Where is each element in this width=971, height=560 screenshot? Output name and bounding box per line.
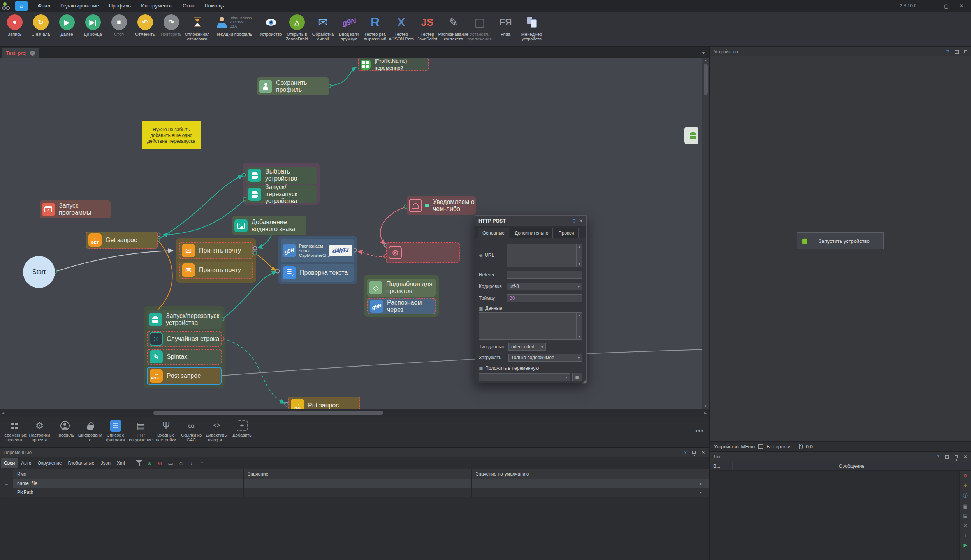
variables-help-icon[interactable]: ?	[684, 450, 687, 455]
dialog-help-icon[interactable]: ?	[570, 218, 579, 224]
log-column-time[interactable]: В...	[710, 462, 733, 470]
column-header-1[interactable]: Значение	[244, 469, 472, 479]
node-restart-device-top[interactable]: Запуск/перезапуск устройства	[246, 185, 317, 203]
section-project-variables[interactable]: Переменные проекта	[2, 419, 27, 442]
home-button[interactable]: ⌂	[15, 1, 28, 11]
variables-clear-variable-icon[interactable]: ◇	[176, 458, 186, 468]
node-error-handler[interactable]: ⊗	[386, 242, 460, 263]
menu-item-3[interactable]: Инструменты	[136, 0, 178, 12]
node-profile-variable[interactable]: {Profile.Name} переменной	[358, 58, 429, 71]
section-project-settings[interactable]: ⚙Настройки проекта	[27, 419, 52, 442]
variable-actions-icon[interactable]: ▸	[693, 490, 709, 495]
variable-default[interactable]	[472, 488, 693, 497]
node-device-mini[interactable]	[684, 127, 698, 144]
log-help-icon[interactable]: ?	[937, 454, 940, 460]
variables-move-down-icon[interactable]: ↓	[186, 458, 197, 468]
variables-pin-icon[interactable]	[692, 451, 696, 454]
node-get-request[interactable]: ←GETGet запрос	[86, 232, 158, 249]
copy-variable-button[interactable]	[572, 373, 582, 381]
variables-copy-variable-icon[interactable]: ▭	[165, 458, 176, 468]
toolbar-device-button[interactable]: Устройство	[258, 13, 284, 37]
node-subtemplate[interactable]: ◇Подшаблон для проектов	[367, 279, 436, 297]
datatype-select[interactable]: urlencoded	[508, 343, 546, 351]
log-column-message[interactable]: Сообщение	[733, 462, 971, 470]
canvas-vertical-scrollbar[interactable]: ▲▼	[702, 58, 709, 409]
node-receive-mail-1[interactable]: ✉Принять почту	[179, 242, 253, 259]
dialog-titlebar[interactable]: HTTP POST ? ✕	[475, 216, 586, 226]
log-copy-log-icon[interactable]: ▣	[963, 503, 967, 509]
canvas-horizontal-scrollbar[interactable]: ◀▶	[0, 409, 709, 417]
toolbar-stop-button[interactable]: ■Стоп	[106, 13, 132, 37]
variables-tab-Xml[interactable]: Xml	[114, 458, 128, 468]
node-random-string[interactable]: Случайная строка	[147, 331, 222, 347]
putvar-select[interactable]	[479, 373, 570, 381]
node-notify[interactable]: Уведомляем о чем-либо	[407, 196, 476, 215]
section-ftp-connection[interactable]: ▤FTP соединение	[128, 419, 153, 442]
variable-value[interactable]	[244, 479, 472, 488]
log-info-filter-icon[interactable]: ⓘ	[963, 492, 968, 499]
data-spinner[interactable]	[576, 313, 582, 339]
node-check-text[interactable]: ☰✓Проверка текста	[281, 264, 354, 282]
menu-item-5[interactable]: Помощь	[199, 0, 229, 12]
toolbar-open-zennodroid-button[interactable]: △Открыть в ZennoDroid	[284, 13, 310, 41]
log-clear-log-icon[interactable]: ✕	[963, 523, 967, 528]
variables-filter-icon[interactable]	[134, 458, 144, 468]
toolbar-deferred-render-button[interactable]: Отложенная отрисовка	[184, 13, 210, 41]
toolbar-frida-button[interactable]: FЯFrida	[493, 13, 519, 37]
flowchart-canvas[interactable]: HTTP POST ? ✕ ОсновныеДополнительноПрокс…	[0, 58, 709, 409]
section-profile[interactable]: Профиль	[52, 419, 77, 437]
sticky-note[interactable]: Нужно не забыть добавить еще одно действ…	[142, 121, 201, 149]
toolbar-js-tester-button[interactable]: JSТестер JavaScript	[414, 13, 440, 41]
minimize-button[interactable]	[924, 0, 938, 12]
variables-move-up-icon[interactable]: ↑	[197, 458, 208, 468]
data-input[interactable]	[479, 312, 582, 340]
url-spinner[interactable]	[576, 244, 582, 267]
dialog-close-icon[interactable]: ✕	[579, 218, 583, 224]
menu-item-0[interactable]: Файл	[33, 0, 55, 12]
toolbar-regex-tester-button[interactable]: RТестер рег. выражений	[362, 13, 388, 41]
dialog-tab-Основные[interactable]: Основные	[478, 228, 509, 238]
device-maximize-icon[interactable]	[955, 50, 959, 54]
node-restart-device-lower[interactable]: Запуск/перезапуск устройства	[147, 310, 222, 329]
referer-input[interactable]	[507, 271, 582, 279]
close-window-button[interactable]	[955, 0, 969, 12]
variables-tab-Глобальные[interactable]: Глобальные	[65, 458, 97, 468]
node-run-program[interactable]: ›Запуск программы	[40, 200, 111, 218]
menu-item-2[interactable]: Профиль	[104, 0, 136, 12]
log-save-log-icon[interactable]: ▤	[963, 513, 967, 519]
variable-row[interactable]: →name_file▸	[0, 479, 709, 488]
section-file-list[interactable]: ☰Список с файлами	[103, 419, 128, 442]
variable-actions-icon[interactable]: ▸	[693, 481, 709, 486]
node-save-profile[interactable]: Сохранить профиль	[257, 77, 329, 95]
dialog-resize-grip[interactable]	[582, 379, 586, 384]
toolbar-installed-apps-button[interactable]: ▢Установл. приложения	[466, 13, 493, 41]
log-close-icon[interactable]: ✕	[964, 454, 967, 460]
variable-value[interactable]	[244, 488, 472, 497]
variables-tab-Окружение[interactable]: Окружение	[34, 458, 65, 468]
toolbar-next-button[interactable]: ▶Далее	[54, 13, 80, 37]
node-start[interactable]: Start	[23, 256, 55, 288]
device-pin-icon[interactable]	[964, 50, 967, 53]
tab-Test_proj[interactable]: Test_proj	[2, 48, 39, 58]
variables-tab-Json[interactable]: Json	[98, 458, 114, 468]
tab-list-caret-icon[interactable]	[702, 51, 705, 55]
variables-remove-variable-icon[interactable]: ⊖	[155, 458, 165, 468]
toolbar-xjson-tester-button[interactable]: XТестер X/JSON Path	[388, 13, 414, 41]
more-sections-icon[interactable]	[695, 427, 704, 434]
column-header-2[interactable]: Значение по-умолчанию	[472, 469, 693, 479]
variable-row[interactable]: PicPath▸	[0, 488, 709, 497]
node-watermark[interactable]: Добавление водяного знака	[232, 216, 306, 235]
toolbar-manual-captcha-button[interactable]: g9NВвод капч вручную	[336, 13, 362, 41]
node-receive-mail-2[interactable]: ✉Принять почту	[179, 262, 253, 279]
toolbar-to-end-button[interactable]: ▶|До конца	[80, 13, 106, 37]
toolbar-current-profile-button[interactable]: Brian Jackson2/14/1993USAТекущий профиль	[210, 13, 258, 37]
toolbar-redo-button[interactable]: ↷Повторить	[158, 13, 184, 37]
variable-default[interactable]	[472, 479, 693, 488]
maximize-button[interactable]	[939, 0, 953, 12]
node-spintax[interactable]: ✎Spintax	[147, 349, 222, 365]
hscroll-thumb[interactable]	[153, 411, 383, 415]
variables-tab-Свои[interactable]: Свои	[1, 458, 18, 468]
load-select[interactable]: Только содержимое	[508, 354, 582, 362]
dialog-tab-Прокси[interactable]: Прокси	[554, 228, 579, 238]
encoding-select[interactable]: utf-8	[507, 283, 582, 290]
